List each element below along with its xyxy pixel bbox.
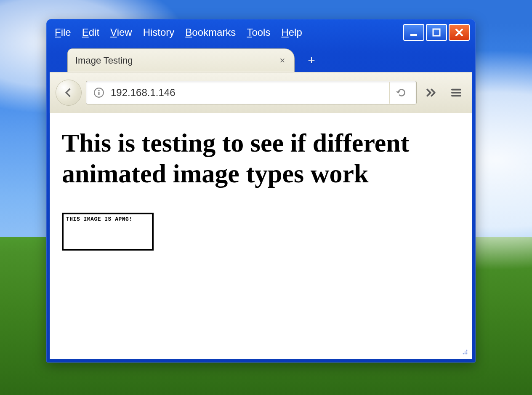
image-caption: THIS IMAGE IS APNG!	[66, 216, 133, 222]
hamburger-icon	[450, 86, 463, 99]
site-info-button[interactable]	[90, 83, 108, 102]
url-bar	[86, 81, 417, 104]
tab-active[interactable]: Image Testing ×	[67, 48, 295, 72]
browser-window: File Edit View History Bookmarks Tools H…	[46, 19, 476, 363]
svg-point-12	[465, 353, 466, 355]
tab-close-button[interactable]: ×	[277, 55, 287, 66]
address-input[interactable]	[108, 87, 389, 99]
arrow-left-icon	[63, 87, 74, 99]
svg-point-13	[466, 353, 468, 355]
svg-rect-6	[451, 92, 461, 93]
tab-bar: Image Testing × +	[50, 45, 472, 72]
navigation-toolbar	[50, 72, 472, 113]
close-icon	[454, 27, 464, 37]
back-button[interactable]	[56, 80, 82, 106]
menu-tools[interactable]: Tools	[247, 27, 270, 38]
menu-list: File Edit View History Bookmarks Tools H…	[52, 27, 302, 38]
maximize-icon	[431, 27, 442, 37]
page-content: This is testing to see if different anim…	[50, 113, 472, 359]
svg-rect-7	[451, 95, 461, 96]
menu-history[interactable]: History	[143, 27, 175, 38]
svg-rect-4	[98, 92, 99, 95]
svg-point-3	[98, 90, 99, 91]
tab-title: Image Testing	[75, 55, 271, 66]
window-controls	[403, 24, 470, 41]
close-window-button[interactable]	[449, 24, 470, 41]
menu-help[interactable]: Help	[281, 27, 302, 38]
reload-button[interactable]	[389, 82, 413, 104]
reload-icon	[396, 87, 407, 98]
page-heading: This is testing to see if different anim…	[62, 128, 460, 189]
desktop-wallpaper: File Edit View History Bookmarks Tools H…	[0, 0, 532, 395]
menu-bar: File Edit View History Bookmarks Tools H…	[50, 22, 472, 43]
minimize-button[interactable]	[403, 24, 424, 41]
app-menu-button[interactable]	[446, 83, 466, 103]
resize-grip[interactable]	[461, 348, 468, 355]
overflow-button[interactable]	[421, 83, 441, 103]
svg-point-9	[465, 352, 466, 353]
svg-point-11	[463, 353, 464, 355]
plus-icon: +	[308, 53, 315, 67]
svg-point-10	[466, 352, 468, 353]
menu-file[interactable]: File	[55, 27, 71, 38]
resize-grip-icon	[461, 348, 468, 355]
svg-point-8	[466, 350, 468, 351]
svg-rect-0	[410, 34, 417, 36]
maximize-button[interactable]	[426, 24, 447, 41]
info-icon	[93, 87, 104, 98]
svg-rect-1	[433, 29, 440, 36]
menu-edit[interactable]: Edit	[82, 27, 99, 38]
minimize-icon	[409, 27, 419, 37]
svg-rect-5	[451, 89, 461, 91]
new-tab-button[interactable]: +	[304, 53, 319, 68]
menu-view[interactable]: View	[110, 27, 132, 38]
apng-test-image: THIS IMAGE IS APNG!	[62, 213, 154, 251]
chevron-double-right-icon	[425, 86, 437, 99]
menu-bookmarks[interactable]: Bookmarks	[185, 27, 236, 38]
